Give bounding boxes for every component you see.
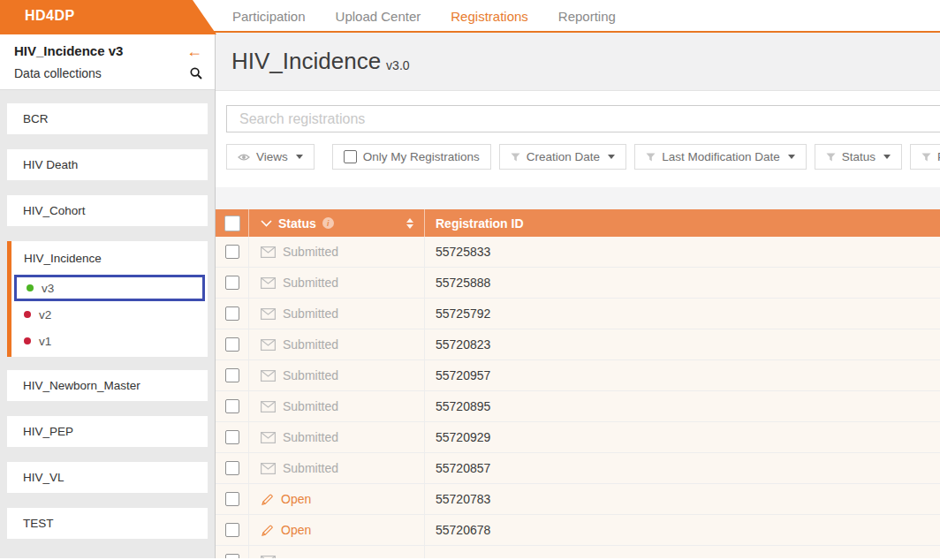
row-registration-id: 55725888 [424, 268, 940, 298]
row-registration-id: 55725833 [424, 237, 940, 267]
chevron-down-icon [261, 220, 272, 227]
table-body: Submitted 55725833 Submitted 55725888 Su… [216, 237, 940, 558]
collapse-sidebar-icon[interactable]: ← [186, 45, 202, 57]
filter-label: Creation Date [527, 150, 600, 163]
row-checkbox[interactable] [225, 430, 239, 444]
version-item-v3[interactable]: v3 [14, 275, 205, 301]
pencil-icon [261, 524, 274, 537]
table-header-status[interactable]: Status i [248, 209, 424, 237]
info-icon[interactable]: i [322, 217, 334, 229]
table-row[interactable]: Open 55720678 [216, 515, 940, 546]
version-label: v1 [39, 335, 51, 348]
sidebar-item-label: HIV_VL [23, 471, 64, 484]
row-checkbox[interactable] [225, 306, 239, 321]
sidebar-header: HIV_Incidence v3 ← Data collections [0, 33, 215, 90]
main-content: HIV_Incidence v3.0 Views Only My Registr… [216, 33, 940, 558]
table-header-registration-id[interactable]: Registration ID [424, 209, 940, 237]
chevron-down-icon [788, 155, 795, 159]
row-registration-id: 55720857 [424, 453, 940, 483]
sidebar-item-hiv-incidence[interactable]: HIV_Incidence [11, 241, 208, 275]
row-status: Submitted [283, 399, 338, 413]
table-row[interactable]: Submitted 55720895 [216, 391, 940, 422]
app-logo-text: HD4DP [0, 0, 216, 24]
search-bar [216, 91, 940, 132]
envelope-icon [261, 277, 276, 289]
sidebar-item-bcr[interactable]: BCR [7, 103, 208, 134]
search-input[interactable] [226, 105, 940, 132]
version-label: v3 [42, 282, 54, 295]
filter-last-modification-date[interactable]: Last Modification Date [634, 144, 807, 170]
envelope-icon [261, 308, 276, 320]
chevron-down-icon [883, 155, 891, 159]
page-version: v3.0 [386, 58, 409, 72]
row-checkbox[interactable] [225, 554, 239, 558]
row-checkbox[interactable] [225, 492, 239, 506]
views-button[interactable]: Views [226, 144, 315, 170]
sidebar-item-test[interactable]: TEST [7, 508, 208, 539]
sidebar-item-label: HIV_Cohort [23, 204, 86, 217]
pencil-icon [261, 493, 274, 506]
table-row-partial[interactable] [216, 546, 940, 558]
row-status: Submitted [283, 461, 338, 475]
row-status: Submitted [283, 430, 338, 444]
row-status: Open [281, 492, 311, 506]
red-status-dot-icon [24, 337, 31, 344]
row-registration-id: 55720895 [424, 391, 940, 421]
row-checkbox[interactable] [225, 368, 239, 382]
filter-status[interactable]: Status [815, 144, 902, 170]
sidebar-item-hiv-newborn-master[interactable]: HIV_Newborn_Master [7, 370, 208, 401]
nav-registrations[interactable]: Registrations [436, 9, 543, 24]
table-row[interactable]: Open 55720783 [216, 484, 940, 515]
sort-icon[interactable] [406, 218, 413, 229]
filter-creation-date[interactable]: Creation Date [499, 144, 626, 170]
filter-label: Last Modification Date [662, 150, 780, 163]
row-checkbox[interactable] [225, 461, 239, 475]
sidebar-item-hiv-cohort[interactable]: HIV_Cohort [7, 195, 208, 226]
sidebar-item-label: TEST [23, 517, 54, 530]
sidebar-item-hiv-pep[interactable]: HIV_PEP [7, 416, 208, 447]
row-checkbox[interactable] [225, 245, 239, 259]
row-checkbox[interactable] [225, 523, 239, 537]
registration-id-column-label: Registration ID [436, 216, 524, 231]
nav-upload-center[interactable]: Upload Center [321, 9, 436, 24]
funnel-icon [646, 153, 656, 162]
only-my-registrations-toggle[interactable]: Only My Registrations [332, 144, 491, 170]
version-item-v2[interactable]: v2 [11, 301, 208, 328]
filter-patient[interactable]: Patient [910, 144, 940, 170]
row-status: Submitted [283, 276, 338, 290]
select-all-checkbox[interactable] [224, 216, 240, 231]
nav-reporting[interactable]: Reporting [543, 9, 631, 24]
table-row[interactable]: Submitted 55725792 [216, 299, 940, 329]
row-checkbox[interactable] [225, 276, 239, 290]
envelope-icon [261, 370, 276, 382]
green-status-dot-icon [27, 284, 34, 291]
row-registration-id: 55720783 [424, 484, 940, 514]
table-header: Status i Registration ID [216, 209, 940, 237]
row-checkbox[interactable] [225, 337, 239, 352]
table-row[interactable]: Submitted 55725833 [216, 237, 940, 268]
table-row[interactable]: Submitted 55720957 [216, 360, 940, 391]
nav-participation[interactable]: Participation [217, 9, 321, 24]
row-status: Submitted [283, 368, 338, 382]
version-label: v2 [39, 308, 51, 322]
sidebar-item-label: BCR [23, 112, 49, 125]
envelope-icon [261, 401, 276, 412]
sidebar-item-hiv-vl[interactable]: HIV_VL [7, 462, 208, 493]
row-registration-id: 55720929 [424, 422, 940, 452]
envelope-icon [261, 432, 276, 443]
sidebar-item-hiv-death[interactable]: HIV Death [7, 149, 208, 180]
row-checkbox[interactable] [225, 399, 239, 413]
table-row[interactable]: Submitted 55720857 [216, 453, 940, 484]
table-row[interactable]: Submitted 55720823 [216, 329, 940, 360]
only-my-registrations-checkbox[interactable] [344, 150, 357, 163]
chevron-down-icon [608, 155, 615, 159]
row-registration-id: 55720957 [424, 360, 940, 390]
row-registration-id: 55720823 [424, 329, 940, 359]
version-item-v1[interactable]: v1 [11, 328, 208, 354]
search-icon[interactable] [190, 67, 202, 79]
app-logo[interactable]: HD4DP [0, 0, 216, 34]
table-header-checkbox-cell [216, 209, 248, 237]
table-row[interactable]: Submitted 55725888 [216, 268, 940, 299]
envelope-icon [261, 556, 276, 559]
table-row[interactable]: Submitted 55720929 [216, 422, 940, 453]
